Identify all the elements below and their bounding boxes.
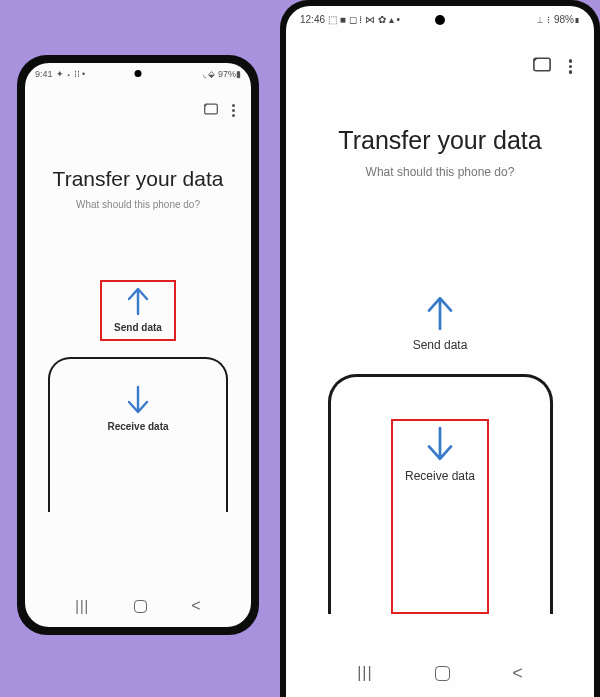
status-icons-left: ⬚ ■ ◻ ⁞ ⋈ ✿ ▴ • [328, 14, 400, 25]
receive-data-button[interactable]: Receive data [107, 385, 168, 512]
nav-home-button[interactable] [134, 600, 147, 613]
receive-device-outline: Receive data [328, 374, 553, 614]
send-data-button[interactable]: Send data [100, 280, 176, 341]
status-icons-right: ◟ ⬙ 97%▮ [203, 69, 241, 79]
phone-left-screen: 9:41 ✦ ⬩ ⁞⁞ • ◟ ⬙ 97%▮ Transfer your dat… [25, 63, 251, 627]
more-menu-icon[interactable] [569, 59, 573, 74]
arrow-down-icon [424, 425, 456, 463]
phone-right-frame: 12:46 ⬚ ■ ◻ ⁞ ⋈ ✿ ▴ • ⟂ ⫶ 98%▮ Transfer … [280, 0, 600, 697]
page-subtitle: What should this phone do? [286, 165, 594, 179]
topbar-icons [25, 81, 251, 119]
more-menu-icon[interactable] [232, 104, 235, 117]
topbar-icons [286, 29, 594, 76]
send-data-label: Send data [413, 338, 468, 352]
status-time: 12:46 [300, 14, 325, 25]
receive-data-label: Receive data [107, 421, 168, 432]
front-camera-dot [435, 15, 445, 25]
status-icons-right: ⟂ ⫶ 98%▮ [537, 14, 580, 25]
status-time: 9:41 [35, 69, 53, 79]
nav-recent-button[interactable]: ||| [75, 598, 89, 614]
send-data-label: Send data [114, 322, 162, 333]
sd-card-icon[interactable] [204, 101, 218, 119]
sd-card-icon[interactable] [533, 57, 551, 76]
android-nav-bar: ||| < [25, 585, 251, 627]
receive-data-button[interactable]: Receive data [391, 419, 489, 614]
nav-recent-button[interactable]: ||| [357, 664, 372, 682]
nav-home-button[interactable] [435, 666, 450, 681]
phone-left-frame: 9:41 ✦ ⬩ ⁞⁞ • ◟ ⬙ 97%▮ Transfer your dat… [17, 55, 259, 635]
page-subtitle: What should this phone do? [25, 199, 251, 210]
page-title: Transfer your data [286, 126, 594, 155]
arrow-down-icon [125, 385, 151, 415]
svg-rect-1 [533, 58, 549, 71]
status-icons-left: ✦ ⬩ ⁞⁞ • [56, 69, 86, 79]
receive-data-label: Receive data [405, 469, 475, 483]
page-title: Transfer your data [25, 167, 251, 191]
svg-rect-0 [205, 104, 218, 114]
nav-back-button[interactable]: < [191, 597, 200, 615]
phone-right-screen: 12:46 ⬚ ■ ◻ ⁞ ⋈ ✿ ▴ • ⟂ ⫶ 98%▮ Transfer … [286, 6, 594, 697]
nav-back-button[interactable]: < [512, 663, 523, 684]
front-camera-dot [135, 70, 142, 77]
receive-device-outline: Receive data [48, 357, 228, 512]
arrow-up-icon [424, 294, 456, 332]
android-nav-bar: ||| < [286, 649, 594, 697]
send-data-button[interactable]: Send data [413, 294, 468, 352]
arrow-up-icon [125, 286, 151, 316]
